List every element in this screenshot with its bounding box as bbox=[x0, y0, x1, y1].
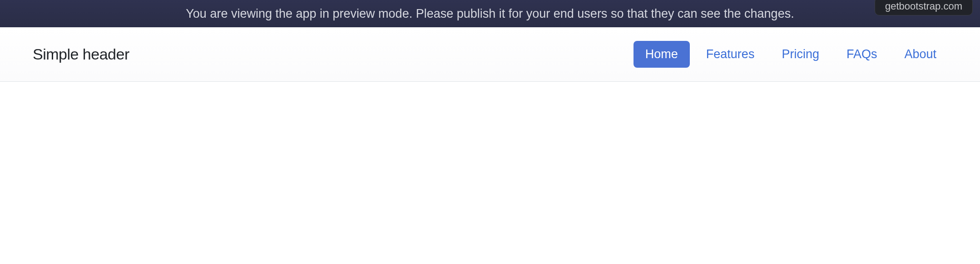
nav-link-pricing[interactable]: Pricing bbox=[771, 42, 830, 67]
preview-banner-message: You are viewing the app in preview mode.… bbox=[186, 7, 794, 21]
source-badge: getbootstrap.com bbox=[875, 0, 973, 15]
preview-mode-banner: You are viewing the app in preview mode.… bbox=[0, 0, 980, 27]
content-area bbox=[0, 82, 980, 264]
nav-link-faqs[interactable]: FAQs bbox=[836, 42, 888, 67]
nav-link-features[interactable]: Features bbox=[695, 42, 766, 67]
brand-title: Simple header bbox=[33, 45, 129, 63]
page-header: Simple header Home Features Pricing FAQs… bbox=[0, 27, 980, 82]
nav-link-about[interactable]: About bbox=[893, 42, 947, 67]
nav-link-home[interactable]: Home bbox=[634, 41, 690, 68]
main-nav: Home Features Pricing FAQs About bbox=[634, 41, 947, 68]
